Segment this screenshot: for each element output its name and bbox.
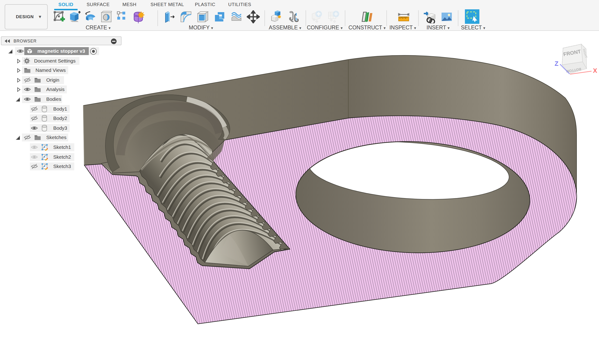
svg-text:X: X [593,67,597,74]
svg-text:Z: Z [555,60,559,67]
